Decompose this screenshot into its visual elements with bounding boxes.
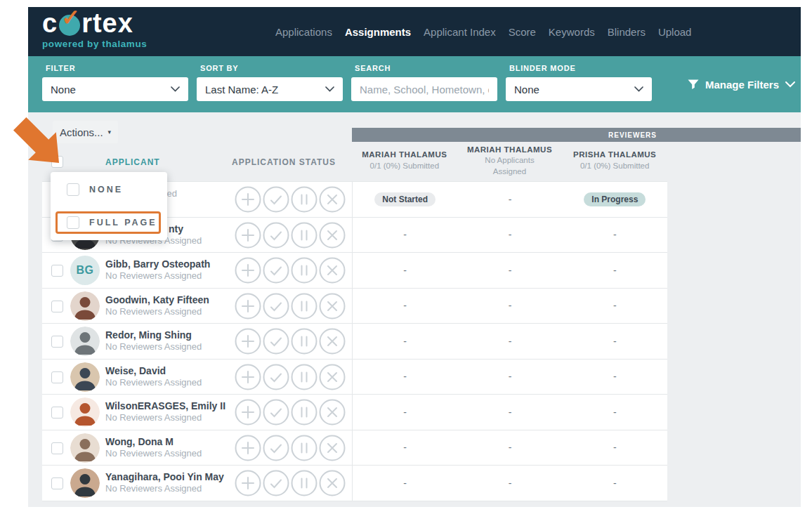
reject-status-icon[interactable] <box>319 470 346 496</box>
applicant-name[interactable]: Redor, Ming Shing <box>105 329 202 341</box>
nav-item-upload[interactable]: Upload <box>658 26 692 38</box>
reviewers-assigned-label: No Reviewers Assigned <box>105 483 224 494</box>
applicant-name[interactable]: Wong, Dona M <box>105 436 202 447</box>
empty-value: - <box>509 371 512 382</box>
applicant-name[interactable]: WilsonERASGES, Emily II <box>105 400 225 411</box>
applicant-name[interactable]: Goodwin, Katy Fifteen <box>105 294 209 305</box>
avatar <box>70 327 100 356</box>
application-status-actions <box>235 257 346 284</box>
reject-status-icon[interactable] <box>319 186 346 213</box>
reviewer-cell: - <box>563 477 667 489</box>
add-status-icon[interactable] <box>235 293 261 319</box>
row-checkbox[interactable] <box>51 442 63 454</box>
add-status-icon[interactable] <box>235 364 261 390</box>
reviewer-cell: - <box>457 194 562 205</box>
add-status-icon[interactable] <box>235 257 261 284</box>
empty-value: - <box>403 300 407 311</box>
add-status-icon[interactable] <box>235 186 261 213</box>
hold-status-icon[interactable] <box>291 364 317 390</box>
row-checkbox[interactable] <box>51 477 63 489</box>
complete-status-icon[interactable] <box>263 328 289 355</box>
manage-filters-button[interactable]: Manage Filters <box>688 56 795 112</box>
avatar <box>70 291 100 321</box>
reviewers-assigned-label: No Reviewers Assigned <box>105 377 202 388</box>
hold-status-icon[interactable] <box>291 435 317 461</box>
applicant-name[interactable]: Gibb, Barry Osteopath <box>105 258 210 270</box>
reject-status-icon[interactable] <box>319 293 346 319</box>
empty-value: - <box>403 407 407 418</box>
reviewers-assigned-label: No Reviewers Assigned <box>105 448 202 459</box>
hold-status-icon[interactable] <box>291 328 317 355</box>
nav-item-keywords[interactable]: Keywords <box>549 26 595 38</box>
chevron-down-icon <box>171 86 180 92</box>
complete-status-icon[interactable] <box>263 364 289 390</box>
empty-value: - <box>613 371 617 382</box>
application-status-actions <box>235 435 346 461</box>
sort-label: SORT BY <box>200 64 343 72</box>
avatar <box>70 433 100 463</box>
filter-select[interactable]: None <box>42 77 188 101</box>
search-input[interactable] <box>351 77 497 101</box>
empty-value: - <box>509 300 512 311</box>
nav-item-applicant-index[interactable]: Applicant Index <box>424 26 496 38</box>
sort-select[interactable]: Last Name: A-Z <box>197 77 343 101</box>
hold-status-icon[interactable] <box>291 222 317 249</box>
hold-status-icon[interactable] <box>291 293 317 319</box>
reviewer-cell: - <box>563 442 667 453</box>
complete-status-icon[interactable] <box>263 293 289 319</box>
nav-item-assignments[interactable]: Assignments <box>345 26 411 38</box>
reject-status-icon[interactable] <box>319 435 346 461</box>
reviewer-progress: No Applicants Assigned <box>468 155 552 177</box>
hold-status-icon[interactable] <box>291 186 317 213</box>
row-checkbox[interactable] <box>51 265 63 277</box>
row-checkbox[interactable] <box>51 336 63 348</box>
empty-value: - <box>613 336 617 347</box>
complete-status-icon[interactable] <box>263 399 289 426</box>
complete-status-icon[interactable] <box>263 470 289 496</box>
cortex-app: c ✓ rtex powered by thalamus Application… <box>0 0 812 514</box>
reject-status-icon[interactable] <box>319 399 346 426</box>
reject-status-icon[interactable] <box>319 222 346 249</box>
nav-item-score[interactable]: Score <box>509 26 536 38</box>
row-checkbox[interactable] <box>51 407 63 419</box>
row-checkbox[interactable] <box>51 371 63 383</box>
add-status-icon[interactable] <box>235 328 261 355</box>
reject-status-icon[interactable] <box>319 364 346 390</box>
empty-value: - <box>613 265 617 276</box>
cortex-logo[interactable]: c ✓ rtex powered by thalamus <box>42 10 147 49</box>
hold-status-icon[interactable] <box>291 257 317 284</box>
dropdown-item-none[interactable]: NONE <box>51 182 167 197</box>
main-nav: ApplicationsAssignmentsApplicant IndexSc… <box>275 7 691 56</box>
full-page-checkbox[interactable] <box>67 216 79 229</box>
complete-status-icon[interactable] <box>263 435 289 461</box>
reviewer-cells: --- <box>352 360 667 395</box>
applicant-name[interactable]: Yanagihara, Pooi Yin May <box>105 471 224 482</box>
sort-group: SORT BY Last Name: A-Z <box>197 64 343 101</box>
empty-value: - <box>509 265 512 276</box>
add-status-icon[interactable] <box>235 222 261 249</box>
add-status-icon[interactable] <box>235 399 261 426</box>
add-status-icon[interactable] <box>235 435 261 461</box>
reject-status-icon[interactable] <box>319 257 346 284</box>
dropdown-item-full-page[interactable]: FULL PAGE <box>55 211 161 234</box>
reviewers-assigned-label: No Reviewers Assigned <box>105 270 210 281</box>
blinder-mode-select-value: None <box>514 84 539 95</box>
reviewer-cell: - <box>353 300 457 311</box>
complete-status-icon[interactable] <box>263 186 289 213</box>
complete-status-icon[interactable] <box>263 222 289 249</box>
hold-status-icon[interactable] <box>291 470 317 496</box>
blinder-mode-select[interactable]: None <box>506 77 652 101</box>
empty-value: - <box>509 477 512 489</box>
nav-item-blinders[interactable]: Blinders <box>608 26 646 38</box>
none-checkbox[interactable] <box>67 183 79 196</box>
add-status-icon[interactable] <box>235 470 261 496</box>
row-checkbox[interactable] <box>51 301 63 312</box>
reject-status-icon[interactable] <box>319 328 346 355</box>
nav-item-applications[interactable]: Applications <box>275 26 332 38</box>
applicant-name[interactable]: Weise, David <box>105 365 202 376</box>
applicant-column-header[interactable]: APPLICANT <box>105 157 160 167</box>
pointer-arrow <box>4 110 67 173</box>
complete-status-icon[interactable] <box>263 257 289 284</box>
filter-bar: FILTER None SORT BY Last Name: A-Z SEARC… <box>28 56 801 112</box>
hold-status-icon[interactable] <box>291 399 317 426</box>
